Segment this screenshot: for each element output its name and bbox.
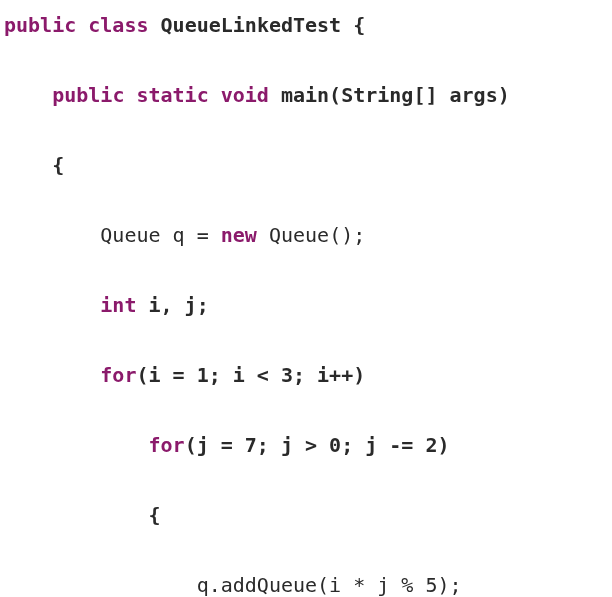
code-block: public class QueueLinkedTest { public st…	[4, 8, 612, 597]
keyword: for	[100, 363, 136, 387]
indent	[4, 83, 52, 107]
code-line: public static void main(String[] args)	[4, 78, 612, 113]
code-line: public class QueueLinkedTest {	[4, 8, 612, 43]
code-line: {	[4, 498, 612, 533]
code-text: Queue q =	[4, 223, 221, 247]
code-line: q.addQueue(i * j % 5);	[4, 568, 612, 597]
code-line: Queue q = new Queue();	[4, 218, 612, 253]
code-text: i, j;	[149, 293, 209, 317]
indent	[4, 433, 149, 457]
code-line: int i, j;	[4, 288, 612, 323]
keyword: new	[221, 223, 269, 247]
code-line: for(j = 7; j > 0; j -= 2)	[4, 428, 612, 463]
keyword: int	[100, 293, 148, 317]
code-text: main(String[] args)	[281, 83, 510, 107]
code-text: (i = 1; i < 3; i++)	[136, 363, 365, 387]
code-line: for(i = 1; i < 3; i++)	[4, 358, 612, 393]
code-text: QueueLinkedTest {	[161, 13, 366, 37]
indent	[4, 293, 100, 317]
code-text: Queue();	[269, 223, 365, 247]
code-text: q.addQueue(i * j % 5);	[4, 573, 462, 597]
keyword: public class	[4, 13, 161, 37]
code-line: {	[4, 148, 612, 183]
keyword: for	[149, 433, 185, 457]
code-text: {	[4, 153, 64, 177]
keyword: public static void	[52, 83, 281, 107]
indent	[4, 363, 100, 387]
code-text: {	[4, 503, 161, 527]
code-text: (j = 7; j > 0; j -= 2)	[185, 433, 450, 457]
